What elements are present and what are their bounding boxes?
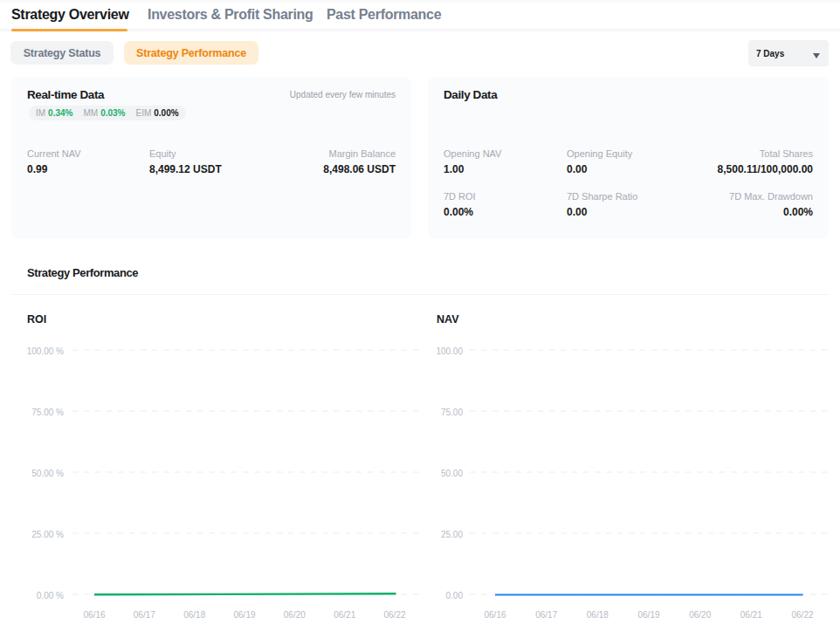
svg-text:50.00 %: 50.00 % <box>31 469 64 478</box>
svg-text:06/21: 06/21 <box>334 610 355 620</box>
svg-text:0.00: 0.00 <box>446 591 464 600</box>
svg-text:75.00 %: 75.00 % <box>31 408 64 417</box>
svg-text:100.00 %: 100.00 % <box>27 346 64 356</box>
svg-text:06/18: 06/18 <box>587 610 609 620</box>
svg-text:06/16: 06/16 <box>484 610 506 620</box>
svg-text:06/17: 06/17 <box>535 610 557 620</box>
svg-text:75.00: 75.00 <box>441 408 463 417</box>
svg-text:06/22: 06/22 <box>383 610 405 620</box>
svg-text:06/20: 06/20 <box>284 610 306 620</box>
svg-text:06/18: 06/18 <box>183 610 205 620</box>
svg-text:06/22: 06/22 <box>791 610 813 620</box>
svg-text:06/21: 06/21 <box>740 610 762 620</box>
svg-text:100.00: 100.00 <box>436 346 463 356</box>
svg-text:06/17: 06/17 <box>134 610 155 620</box>
svg-text:06/19: 06/19 <box>637 610 659 620</box>
svg-text:25.00: 25.00 <box>441 530 463 539</box>
svg-text:06/19: 06/19 <box>233 610 255 620</box>
svg-text:50.00: 50.00 <box>441 469 463 478</box>
svg-text:25.00 %: 25.00 % <box>31 530 64 539</box>
svg-text:0.00 %: 0.00 % <box>37 591 64 600</box>
svg-text:06/20: 06/20 <box>689 610 711 620</box>
svg-text:06/16: 06/16 <box>83 610 105 620</box>
